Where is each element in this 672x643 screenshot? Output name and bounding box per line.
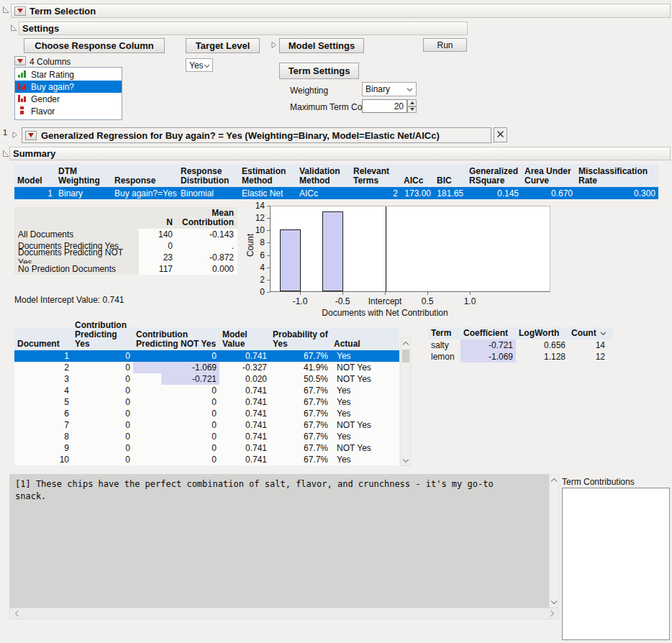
target-level-button[interactable]: Target Level [186,38,260,53]
close-report-button[interactable] [494,127,507,142]
column-header: Relevant Terms [350,164,401,187]
stepper-up-button[interactable] [407,99,417,106]
model-report-title: Generalized Regression for Buy again? = … [41,130,440,141]
document-text-viewer[interactable]: [1] These chips have the perfect combina… [9,474,549,608]
documents-table-scrollbar[interactable] [401,337,411,466]
scrollbar-thumb[interactable] [402,350,409,362]
column-header: Term [428,327,460,339]
table-row[interactable]: 3 0 -0.721 0.020 50.5% NOT Yes [14,373,399,385]
nominal-column-icon [18,82,27,92]
model-settings-button[interactable]: Model Settings [279,38,364,53]
table-row[interactable]: 5 0 0 0.741 67.7% Yes [14,396,399,408]
weighting-select[interactable]: Binary [362,82,417,96]
columns-red-triangle-menu-icon[interactable] [14,56,26,65]
x-axis-label: Documents with Net Contribution [322,308,448,318]
run-button[interactable]: Run [423,38,467,52]
target-level-select[interactable]: Yes [186,58,213,72]
column-header: Generalized RSquare [466,164,522,187]
disclosure-open-icon[interactable] [1,6,9,14]
table-row: All Documents 140 -0.143 [14,229,237,240]
list-item-flavor[interactable]: Flavor [15,105,122,117]
column-header: Contribution Predicting Yes [72,327,133,350]
document-viewer-vertical-scrollbar[interactable] [549,474,559,608]
column-header: Actual [331,327,399,350]
column-header: Contribution Predicting NOT Yes [133,327,219,350]
page-title: Term Selection [29,6,96,17]
column-header: Probability of Yes [270,327,331,350]
table-row[interactable]: lemon -1.069 1.128 12 [428,351,613,362]
list-item-buy-again[interactable]: Buy again? [15,81,122,93]
scroll-right-icon[interactable] [548,609,556,618]
column-header: Response [112,164,178,187]
scroll-left-icon[interactable] [12,609,21,618]
table-row[interactable]: 9 0 0 0.741 67.7% NOT Yes [14,442,399,454]
stepper-down-button[interactable] [407,106,417,114]
term-settings-button[interactable]: Term Settings [279,63,359,79]
table-row[interactable]: 10 0 0 0.741 67.7% Yes [14,454,399,465]
disclosure-closed-icon[interactable] [12,131,18,139]
table-row[interactable]: 7 0 0 0.741 67.7% NOT Yes [14,419,399,431]
table-row[interactable]: 4 0 0 0.741 67.7% Yes [14,385,399,396]
scroll-down-icon[interactable] [550,598,558,606]
list-item-star-rating[interactable]: Star Rating [15,68,122,81]
model-report-title-bar: Generalized Regression for Buy again? = … [22,127,491,143]
table-row[interactable]: 1 0 0 0.741 67.7% Yes [14,350,399,362]
column-header: Area Under Curve [522,164,576,187]
sort-descending-icon[interactable] [600,329,607,338]
red-triangle-menu-icon[interactable] [14,6,26,16]
summary-title: Summary [13,148,55,159]
column-header: Document [14,327,72,350]
choose-response-column-button[interactable]: Choose Response Column [24,38,165,53]
scroll-down-icon[interactable] [401,456,410,465]
max-term-count-input[interactable]: 20 [362,99,407,113]
x-tick-label: 1.0 [464,296,476,306]
column-header: Model Value [219,327,270,350]
list-item-gender[interactable]: Gender [15,93,122,105]
column-header: DTM Weighting [55,164,112,187]
column-header: Response Distribution [178,164,239,187]
x-tick-mark [342,292,343,295]
summary-table-row[interactable]: 1 Binary Buy again?=Yes Binomial Elastic… [14,187,658,199]
x-tick-label: Intercept [368,296,402,306]
weighting-label: Weighting [290,86,328,96]
close-icon [496,129,505,141]
column-header [14,207,139,229]
summary-header: Summary [9,147,671,160]
response-column-list: Star Rating Buy again? Gender Flavor [14,67,122,120]
x-tick-label: 0.5 [422,296,434,306]
x-tick-mark [470,292,471,295]
document-viewer-horizontal-scrollbar[interactable] [9,608,559,619]
nominal-column-icon [18,106,27,117]
summary-table-header: Model DTM Weighting Response Response Di… [14,164,658,187]
document-stats-table: N Mean Contribution All Documents 140 -0… [14,207,237,275]
table-row[interactable]: salty -0.721 0.656 14 [428,339,613,351]
red-triangle-menu-icon[interactable] [25,131,37,140]
column-header-count[interactable]: Count [568,327,608,339]
net-contribution-histogram: Count 02468101214 -1.0-0.5Intercept0.51.… [245,203,561,324]
scroll-up-icon[interactable] [401,339,410,347]
table-row[interactable]: 6 0 0 0.741 67.7% Yes [14,408,399,419]
term-contributions-panel[interactable] [562,488,670,640]
column-header: AICc [401,164,434,187]
term-selection-header: Term Selection [11,4,671,18]
disclosure-open-icon[interactable] [9,24,17,32]
x-tick-label: -1.0 [293,296,308,306]
table-row[interactable]: 8 0 0 0.741 67.7% Yes [14,431,399,442]
table-row[interactable]: 2 0 -1.069 -0.327 41.9% NOT Yes [14,362,399,373]
terms-table-header: Term Coefficient LogWorth Count [428,327,613,339]
disclosure-closed-icon[interactable] [271,41,277,49]
chevron-down-icon [407,84,413,94]
x-tick-mark [385,292,386,295]
table-row: Documents Predicting NOT Yes 23 -0.872 [14,252,237,263]
nominal-column-icon [18,94,27,104]
column-header: Mean Contribution [176,207,237,229]
quantity-stepper [407,99,417,113]
report-index: 1 [3,128,7,137]
x-tick-label: -0.5 [335,296,350,306]
documents-table-header: Document Contribution Predicting Yes Con… [14,327,399,350]
scroll-up-icon[interactable] [550,475,558,484]
table-row: No Prediction Documents 117 0.000 [14,263,237,275]
disclosure-open-icon[interactable] [1,150,9,158]
x-tick-mark [300,292,301,295]
column-header: Coefficient [460,327,516,339]
